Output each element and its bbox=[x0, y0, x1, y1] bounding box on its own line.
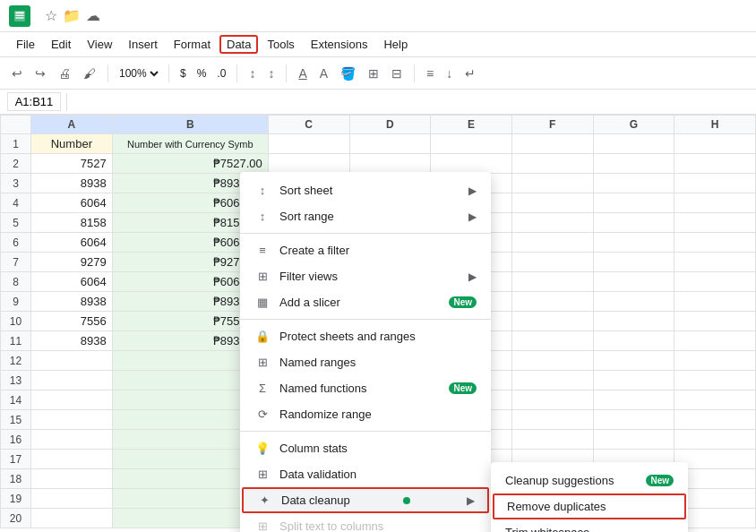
menu-filter-views[interactable]: ⊞ Filter views ▶ bbox=[240, 263, 491, 289]
valign-button[interactable]: ↓ bbox=[442, 64, 457, 83]
data-menu: ↕ Sort sheet ▶ ↕ Sort range ▶ ≡ Create a… bbox=[240, 172, 491, 532]
paint-format-button[interactable]: 🖌 bbox=[79, 64, 100, 83]
create-filter-label: Create a filter bbox=[279, 244, 349, 257]
data-validation-label: Data validation bbox=[279, 468, 357, 481]
add-slicer-label: Add a slicer bbox=[279, 296, 340, 309]
text-color-button[interactable]: A bbox=[315, 64, 332, 83]
cleanup-suggestions-label: Cleanup suggestions bbox=[505, 474, 614, 487]
remove-duplicates-label: Remove duplicates bbox=[507, 500, 606, 513]
col-header-e[interactable]: E bbox=[431, 116, 512, 134]
menu-data[interactable]: Data bbox=[219, 35, 258, 54]
cloud-icon[interactable]: ☁ bbox=[86, 7, 100, 24]
protect-label: Protect sheets and ranges bbox=[279, 330, 416, 343]
col-header-h[interactable]: H bbox=[674, 116, 756, 134]
col-header-a[interactable]: A bbox=[31, 116, 113, 134]
sort-sheet-arrow: ▶ bbox=[468, 184, 477, 197]
menu-view[interactable]: View bbox=[80, 35, 119, 54]
formula-bar bbox=[0, 90, 756, 115]
menu-add-slicer[interactable]: ▦ Add a slicer New bbox=[240, 289, 491, 315]
named-ranges-label: Named ranges bbox=[279, 356, 356, 369]
currency-percent[interactable]: % bbox=[193, 65, 210, 82]
svg-rect-2 bbox=[15, 14, 23, 15]
data-cleanup-label: Data cleanup bbox=[281, 493, 350, 507]
trim-whitespace-label: Trim whitespace bbox=[505, 526, 589, 532]
main-area: A B C D E F G H 1NumberNumber with Curre… bbox=[0, 115, 756, 532]
col-header-d[interactable]: D bbox=[349, 116, 431, 134]
underline-button[interactable]: A bbox=[294, 64, 311, 83]
toolbar: ↩ ↪ 🖨 🖌 100% $ % .0 ↕ ↕ A A 🪣 ⊞ ⊟ ≡ ↓ ↵ bbox=[0, 57, 756, 90]
toolbar-sep-5 bbox=[414, 64, 415, 82]
col-header-c[interactable]: C bbox=[268, 116, 349, 134]
currency-dollar[interactable]: $ bbox=[176, 65, 190, 82]
menu-randomize[interactable]: ⟳ Randomize range bbox=[240, 401, 491, 427]
folder-icon[interactable]: 📁 bbox=[63, 7, 81, 24]
sheet-area: A B C D E F G H 1NumberNumber with Curre… bbox=[0, 115, 756, 532]
sort-desc-button[interactable]: ↕ bbox=[263, 64, 279, 83]
menu-column-stats[interactable]: 💡 Column stats bbox=[240, 435, 491, 461]
cleanup-submenu: Cleanup suggestions New Remove duplicate… bbox=[491, 462, 688, 532]
cell-reference[interactable] bbox=[7, 92, 61, 111]
data-cleanup-arrow: ▶ bbox=[467, 494, 475, 507]
column-stats-icon: 💡 bbox=[254, 442, 271, 455]
data-cleanup-icon: ✦ bbox=[256, 493, 272, 507]
menu-insert[interactable]: Insert bbox=[121, 35, 165, 54]
sort-sheet-icon: ↕ bbox=[254, 184, 271, 197]
split-text-icon: ⊞ bbox=[254, 519, 271, 532]
protect-icon: 🔒 bbox=[254, 330, 271, 343]
menu-format[interactable]: Format bbox=[167, 35, 218, 54]
menu-edit[interactable]: Edit bbox=[44, 35, 78, 54]
col-header-empty bbox=[1, 116, 31, 134]
data-validation-icon: ⊞ bbox=[254, 468, 271, 481]
print-button[interactable]: 🖨 bbox=[54, 64, 75, 83]
named-functions-label: Named functions bbox=[279, 382, 367, 395]
named-functions-icon: Σ bbox=[254, 382, 271, 395]
menu-split-text: ⊞ Split text to columns bbox=[240, 513, 491, 532]
undo-button[interactable]: ↩ bbox=[7, 64, 27, 83]
sort-range-label: Sort range bbox=[279, 210, 334, 223]
menu-protect[interactable]: 🔒 Protect sheets and ranges bbox=[240, 323, 491, 349]
filter-views-icon: ⊞ bbox=[254, 270, 271, 283]
formula-sep bbox=[66, 93, 67, 111]
star-icon[interactable]: ☆ bbox=[45, 7, 57, 24]
sort-range-arrow: ▶ bbox=[468, 210, 477, 223]
menu-extensions[interactable]: Extensions bbox=[304, 35, 375, 54]
menu-tools[interactable]: Tools bbox=[260, 35, 301, 54]
submenu-remove-duplicates[interactable]: Remove duplicates bbox=[493, 493, 686, 519]
menu-sort-range[interactable]: ↕ Sort range ▶ bbox=[240, 203, 491, 229]
sort-range-icon: ↕ bbox=[254, 210, 271, 223]
border-button[interactable]: ⊞ bbox=[364, 64, 383, 83]
menu-help[interactable]: Help bbox=[376, 35, 415, 54]
divider-2 bbox=[240, 319, 491, 320]
submenu-trim-whitespace[interactable]: Trim whitespace bbox=[491, 519, 688, 532]
sort-sheet-label: Sort sheet bbox=[279, 184, 332, 197]
menu-sort-sheet[interactable]: ↕ Sort sheet ▶ bbox=[240, 177, 491, 203]
col-header-g[interactable]: G bbox=[593, 116, 674, 134]
toolbar-sep-3 bbox=[236, 64, 237, 82]
sort-asc-button[interactable]: ↕ bbox=[245, 64, 260, 83]
merge-button[interactable]: ⊟ bbox=[387, 64, 407, 83]
menu-named-ranges[interactable]: ⊞ Named ranges bbox=[240, 349, 491, 375]
toolbar-sep-2 bbox=[168, 64, 169, 82]
randomize-label: Randomize range bbox=[279, 408, 372, 421]
randomize-icon: ⟳ bbox=[254, 408, 271, 421]
fill-color-button[interactable]: 🪣 bbox=[336, 64, 360, 83]
app-icon bbox=[9, 5, 30, 27]
data-cleanup-dot bbox=[403, 497, 410, 504]
wrap-button[interactable]: ↵ bbox=[460, 64, 480, 83]
filter-views-arrow: ▶ bbox=[468, 270, 477, 283]
menu-data-cleanup[interactable]: ✦ Data cleanup ▶ bbox=[242, 487, 489, 513]
col-header-b[interactable]: B bbox=[112, 116, 268, 134]
menu-file[interactable]: File bbox=[9, 35, 42, 54]
svg-rect-3 bbox=[15, 17, 23, 18]
col-header-f[interactable]: F bbox=[511, 116, 593, 134]
submenu-cleanup-suggestions[interactable]: Cleanup suggestions New bbox=[491, 468, 688, 493]
menu-data-validation[interactable]: ⊞ Data validation bbox=[240, 461, 491, 487]
named-functions-badge: New bbox=[449, 382, 477, 394]
currency-decimal[interactable]: .0 bbox=[213, 65, 229, 82]
zoom-selector[interactable]: 100% bbox=[116, 66, 161, 81]
align-button[interactable]: ≡ bbox=[422, 64, 438, 83]
redo-button[interactable]: ↪ bbox=[30, 64, 50, 83]
menu-named-functions[interactable]: Σ Named functions New bbox=[240, 375, 491, 401]
column-stats-label: Column stats bbox=[279, 442, 348, 455]
menu-create-filter[interactable]: ≡ Create a filter bbox=[240, 237, 491, 263]
